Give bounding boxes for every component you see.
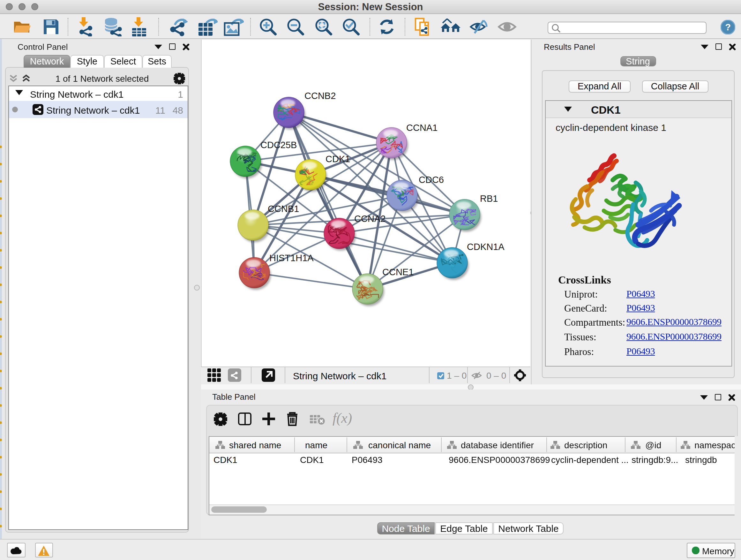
svg-text:HIST1H1A: HIST1H1A bbox=[269, 253, 313, 263]
svg-text:CCNB2: CCNB2 bbox=[304, 91, 335, 101]
svg-text:CCNB1: CCNB1 bbox=[267, 204, 299, 214]
svg-text:CCNA2: CCNA2 bbox=[354, 213, 385, 224]
svg-text:RB1: RB1 bbox=[480, 193, 497, 204]
svg-text:CDC25B: CDC25B bbox=[260, 140, 296, 150]
svg-text:CCNE1: CCNE1 bbox=[382, 267, 413, 277]
svg-text:CDKN1A: CDKN1A bbox=[467, 242, 504, 252]
svg-text:CCNA1: CCNA1 bbox=[406, 123, 437, 133]
svg-text:?: ? bbox=[725, 22, 731, 32]
svg-text:CDC6: CDC6 bbox=[418, 175, 444, 185]
svg-text:CDK1: CDK1 bbox=[325, 154, 350, 164]
